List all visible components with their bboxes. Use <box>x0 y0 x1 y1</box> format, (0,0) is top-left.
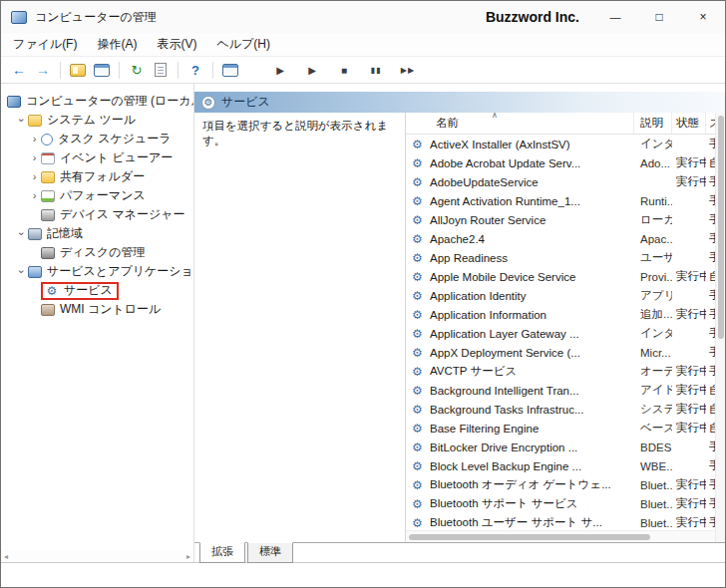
service-startup-type: 自 <box>706 383 715 398</box>
table-row[interactable]: ⚙Bluetooth サポート サービスBluet...実行中手 <box>406 494 715 513</box>
forward-button[interactable]: → <box>32 59 54 81</box>
tree-item-wmi-control[interactable]: › WMI コントロール <box>1 300 193 319</box>
column-header-startup-type[interactable]: ス <box>706 113 715 134</box>
properties-button[interactable] <box>91 59 113 81</box>
service-description: Provi... <box>634 271 672 283</box>
service-description: Bluet... <box>634 517 672 529</box>
tab-extended[interactable]: 拡張 <box>199 542 245 563</box>
tree-item-shared-folders[interactable]: › 共有フォルダー <box>1 167 193 186</box>
tree-item-system-tools[interactable]: › システム ツール <box>1 111 193 130</box>
service-name: Apple Mobile Device Service <box>430 271 575 283</box>
table-row[interactable]: ⚙Apache2.4Apac...手 <box>406 229 715 248</box>
back-button[interactable]: ← <box>8 59 30 81</box>
table-row[interactable]: ⚙BitLocker Drive Encryption ...BDES...手 <box>406 438 715 456</box>
table-row[interactable]: ⚙AppX Deployment Service (...Micr...手 <box>406 343 715 362</box>
tree-item-disk-management[interactable]: › ディスクの管理 <box>1 243 193 262</box>
chevron-down-icon[interactable]: › <box>16 265 27 278</box>
table-row[interactable]: ⚙Background Tasks Infrastruc...システ...実行中… <box>406 400 715 419</box>
service-name: Bluetooth オーディオ ゲートウェ... <box>430 477 611 492</box>
vertical-scrollbar[interactable] <box>715 113 725 542</box>
menu-action[interactable]: 操作(A) <box>87 34 147 55</box>
refresh-button[interactable]: ↻ <box>126 59 148 81</box>
table-row[interactable]: ⚙Adobe Acrobat Update Serv...Ado...実行中自 <box>406 153 715 172</box>
table-row[interactable]: ⚙ActiveX Installer (AxInstSV)インタ...手 <box>406 135 715 153</box>
scrollbar-thumb[interactable] <box>718 116 724 339</box>
column-header-status[interactable]: 状態 <box>672 113 706 134</box>
menu-file[interactable]: ファイル(F) <box>3 34 87 55</box>
restart-service-button[interactable]: ▶▶ <box>397 59 419 81</box>
sort-ascending-icon: ∧ <box>492 113 498 120</box>
start-service-button[interactable]: ▶ <box>269 59 291 81</box>
tree-horizontal-scrollbar[interactable]: ◂ ▸ <box>1 550 193 562</box>
menu-view[interactable]: 表示(V) <box>147 34 206 55</box>
resume-service-button[interactable]: ▶ <box>301 59 323 81</box>
console-tree-icon <box>70 64 86 77</box>
table-row[interactable]: ⚙Block Level Backup Engine ...WBE...手 <box>406 456 715 475</box>
show-console-tree-button[interactable] <box>67 59 89 81</box>
tree-item-performance[interactable]: › パフォーマンス <box>1 186 193 205</box>
table-row[interactable]: ⚙Bluetooth オーディオ ゲートウェ...Bluet...実行中手 <box>406 475 715 494</box>
horizontal-scrollbar[interactable] <box>406 530 715 542</box>
service-name-cell: ⚙Agent Activation Runtime_1... <box>406 195 634 207</box>
tree-item-task-scheduler[interactable]: › タスク スケジューラ <box>1 130 193 148</box>
pause-service-button[interactable]: ▮▮ <box>365 59 387 81</box>
tree-item-event-viewer[interactable]: › イベント ビューアー <box>1 148 193 167</box>
extended-pane-button[interactable] <box>219 59 241 81</box>
maximize-button[interactable]: □ <box>637 1 681 33</box>
table-row[interactable]: ⚙Base Filtering Engineベース...実行中自 <box>406 419 715 438</box>
results-header-title: サービス <box>221 94 270 111</box>
service-status: 実行中 <box>672 496 706 511</box>
service-startup-type: 手 <box>706 137 715 151</box>
table-row[interactable]: ⚙AllJoyn Router Serviceローカ...手 <box>406 210 715 229</box>
menu-help[interactable]: ヘルプ(H) <box>206 34 280 55</box>
chevron-right-icon[interactable]: › <box>28 152 41 163</box>
table-row[interactable]: ⚙Application Identityアプリ...手 <box>406 286 715 305</box>
chevron-right-icon[interactable]: › <box>28 190 41 201</box>
service-gear-icon: ⚙ <box>410 271 425 283</box>
tree-item-services[interactable]: › ⚙ サービス <box>1 281 193 300</box>
table-row[interactable]: ⚙App Readinessユーザ...手 <box>406 248 715 267</box>
service-name-cell: ⚙Bluetooth オーディオ ゲートウェ... <box>406 477 634 492</box>
column-label: 状態 <box>676 116 699 131</box>
scroll-right-icon[interactable]: ▸ <box>186 552 190 561</box>
chevron-right-icon[interactable]: › <box>28 134 41 145</box>
stop-service-button[interactable]: ■ <box>333 59 355 81</box>
service-name: Application Layer Gateway ... <box>430 328 579 340</box>
chevron-right-icon[interactable]: › <box>28 171 41 182</box>
annotation-highlight: ⚙ サービス <box>41 282 119 300</box>
device-manager-icon <box>41 209 55 221</box>
table-row[interactable]: ⚙AdobeUpdateService実行中手 <box>406 172 715 191</box>
table-row[interactable]: ⚙Agent Activation Runtime_1...Runti...手 <box>406 191 715 210</box>
service-gear-icon: ⚙ <box>410 176 425 188</box>
service-startup-type: 手 <box>706 364 715 379</box>
service-gear-icon: ⚙ <box>410 328 425 340</box>
tab-standard[interactable]: 標準 <box>247 542 293 563</box>
chevron-down-icon[interactable]: › <box>16 114 27 127</box>
service-name-cell: ⚙Background Intelligent Tran... <box>406 385 634 397</box>
tree-item-device-manager[interactable]: › デバイス マネージャー <box>1 205 193 224</box>
tree-item-services-and-applications[interactable]: › サービスとアプリケーション <box>1 262 193 281</box>
service-name-cell: ⚙Background Tasks Infrastruc... <box>406 404 634 416</box>
table-row[interactable]: ⚙Background Intelligent Tran...アイド...実行中… <box>406 381 715 400</box>
column-header-description[interactable]: 説明 <box>634 113 672 134</box>
scrollbar-thumb[interactable] <box>409 534 650 540</box>
minimize-button[interactable]: — <box>593 1 637 33</box>
service-startup-type: 手 <box>706 250 715 265</box>
export-list-button[interactable] <box>150 59 172 81</box>
close-button[interactable]: × <box>681 1 725 33</box>
tree-item-computer-management[interactable]: コンピューターの管理 (ローカル) <box>1 92 193 111</box>
table-row[interactable]: ⚙Bluetooth ユーザー サポート サ...Bluet...実行中手 <box>406 513 715 530</box>
chevron-down-icon[interactable]: › <box>16 227 27 240</box>
table-row[interactable]: ⚙AVCTP サービスオーデ...実行中手 <box>406 362 715 381</box>
service-name-cell: ⚙Apache2.4 <box>406 233 634 245</box>
help-button[interactable]: ? <box>184 59 206 81</box>
scroll-left-icon[interactable]: ◂ <box>4 552 8 561</box>
services-list-panel: ∧ 名前 説明 状態 ス ⚙ActiveX Installer <box>406 113 715 542</box>
column-header-name[interactable]: ∧ 名前 <box>406 113 634 134</box>
table-row[interactable]: ⚙Application Layer Gateway ...インタ...手 <box>406 324 715 343</box>
tree-item-storage[interactable]: › 記憶域 <box>1 224 193 243</box>
title-bar: コンピューターの管理 Buzzword Inc. — □ × <box>1 1 725 33</box>
performance-icon <box>41 190 55 202</box>
table-row[interactable]: ⚙Application Information追加...実行中手 <box>406 305 715 324</box>
table-row[interactable]: ⚙Apple Mobile Device ServiceProvi...実行中自 <box>406 267 715 286</box>
